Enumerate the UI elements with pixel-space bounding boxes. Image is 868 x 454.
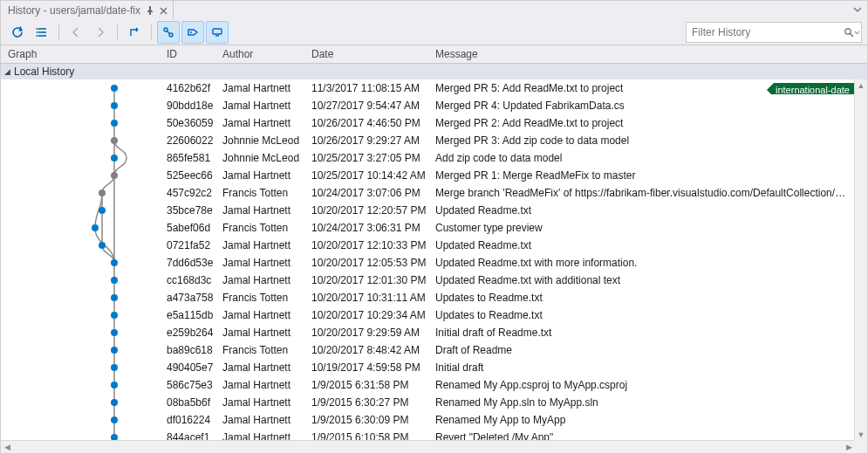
titlebar-spacer [174,1,867,20]
svg-rect-9 [213,29,222,34]
vertical-scrollbar[interactable]: ▲ ▼ [854,79,867,441]
commit-author: Jamal Hartnett [222,169,311,182]
commit-id: 08ba5b6f [167,396,222,409]
commit-message-cell: Renamed My App to MyApp [435,414,855,426]
pin-icon[interactable] [146,6,154,15]
show-remote-toggle[interactable] [206,21,229,44]
commit-row[interactable]: 490405e7Jamal Hartnett10/19/2017 4:59:58… [1,359,855,376]
commit-date: 1/9/2015 6:30:09 PM [311,414,435,426]
column-header-date[interactable]: Date [311,48,435,60]
commit-row[interactable]: 50e36059Jamal Hartnett10/26/2017 4:46:50… [1,114,855,132]
filter-history-input[interactable] [687,26,842,38]
commit-row[interactable]: ba89c618Francis Totten10/20/2017 8:48:42… [1,341,855,359]
nav-back-button[interactable] [65,21,87,44]
toolbar-separator [117,24,118,40]
show-tags-toggle[interactable] [181,21,204,44]
search-icon[interactable] [842,27,861,38]
commit-author: Jamal Hartnett [222,327,311,339]
commit-message: Updates to Readme.txt [435,292,850,304]
commit-row[interactable]: 90bdd18eJamal Hartnett10/27/2017 9:54:47… [1,97,855,114]
commit-row[interactable]: 457c92c2Francis Totten10/24/2017 3:07:06… [1,184,855,202]
commit-id: 490405e7 [167,361,222,374]
commit-author: Jamal Hartnett [222,361,311,374]
commit-message-cell: Updates to Readme.txt [435,309,855,321]
commit-date: 10/24/2017 3:07:06 PM [311,187,435,199]
nav-forward-button[interactable] [89,21,112,44]
commit-row[interactable]: 844acef1Jamal Hartnett1/9/2015 6:10:58 P… [1,429,855,441]
commit-message: Customer type preview [435,222,850,234]
commit-row[interactable]: 525eec66Jamal Hartnett10/25/2017 10:14:4… [1,167,855,184]
commit-date: 11/3/2017 11:08:15 AM [311,82,435,94]
column-header-message[interactable]: Message [435,48,867,60]
close-icon[interactable] [160,7,167,15]
commit-row[interactable]: 08ba5b6fJamal Hartnett1/9/2015 6:30:27 P… [1,394,855,411]
commit-row[interactable]: 35bce78eJamal Hartnett10/20/2017 12:20:5… [1,202,855,219]
commit-message: Renamed My App.csproj to MyApp.csproj [435,379,850,391]
commit-row[interactable]: 7dd6d53eJamal Hartnett10/20/2017 12:05:5… [1,254,855,272]
commit-message: Renamed My App to MyApp [435,414,850,426]
branch-arrow-button[interactable] [123,21,146,44]
commit-id: 7dd6d53e [167,257,222,269]
commit-author: Jamal Hartnett [222,379,311,391]
commit-row[interactable]: 865fe581Johnnie McLeod10/25/2017 3:27:05… [1,149,855,167]
show-graph-toggle[interactable] [157,21,180,44]
commit-message: Initial draft of Readme.txt [435,327,850,339]
branch-tag[interactable]: international-date [767,83,855,94]
commit-id: cc168d3c [167,274,222,286]
window-tab[interactable]: History - users/jamal/date-fix [1,1,174,20]
window-tab-title: History - users/jamal/date-fix [8,4,140,17]
commit-message-cell: Updates to Readme.txt [435,292,855,304]
commit-date: 10/20/2017 10:31:11 AM [311,292,435,304]
commit-message: Merged PR 4: Updated FabrikamData.cs [435,100,850,112]
filter-history-field[interactable] [686,22,862,43]
commit-row[interactable]: a473a758Francis Totten10/20/2017 10:31:1… [1,289,855,306]
commit-id: df016224 [167,414,222,426]
commit-author: Jamal Hartnett [222,100,311,112]
commit-message-cell: Renamed My App.csproj to MyApp.csproj [435,379,855,391]
scrollbar-corner [855,441,867,453]
commit-row[interactable]: df016224Jamal Hartnett1/9/2015 6:30:09 P… [1,411,855,429]
column-header-graph[interactable]: Graph [1,48,167,60]
commit-author: Jamal Hartnett [222,257,311,269]
commit-row[interactable]: e259b264Jamal Hartnett10/20/2017 9:29:59… [1,324,855,341]
commit-row[interactable]: e5a115dbJamal Hartnett10/20/2017 10:29:3… [1,306,855,324]
commit-row[interactable]: 22606022Johnnie McLeod10/26/2017 9:29:27… [1,132,855,149]
commit-author: Francis Totten [222,344,311,356]
commit-id: 0721fa52 [167,239,222,251]
list-view-button[interactable] [31,21,53,44]
group-local-history[interactable]: ◢ Local History [1,64,867,79]
commit-date: 10/25/2017 10:14:42 AM [311,169,435,182]
window-menu-icon[interactable] [853,4,862,17]
commit-message: Draft of Readme [435,344,850,356]
commit-row[interactable]: 5abef06dFrancis Totten10/24/2017 3:06:31… [1,219,855,237]
commit-author: Jamal Hartnett [222,117,311,129]
scroll-right-icon[interactable]: ▶ [843,441,855,453]
commit-id: 865fe581 [167,152,222,164]
commit-row[interactable]: cc168d3cJamal Hartnett10/20/2017 12:01:3… [1,272,855,289]
commit-message-cell: Merged PR 3: Add zip code to data model [435,134,855,147]
commit-date: 10/20/2017 12:10:33 PM [311,239,435,251]
commit-date: 10/26/2017 9:29:27 AM [311,134,435,147]
column-header-author[interactable]: Author [222,48,311,60]
commit-id: 4162b62f [167,82,222,94]
column-header-id[interactable]: ID [167,48,222,60]
commit-message: Renamed My App.sln to MyApp.sln [435,396,850,409]
commit-author: Francis Totten [222,187,311,199]
refresh-button[interactable] [6,21,29,44]
group-label: Local History [14,65,74,78]
history-window: History - users/jamal/date-fix [0,0,868,454]
commit-message-cell: Merged PR 2: Add ReadMe.txt to project [435,117,855,129]
commit-message: Merged PR 2: Add ReadMe.txt to project [435,117,850,129]
commit-row[interactable]: 586c75e3Jamal Hartnett1/9/2015 6:31:58 P… [1,376,855,394]
commit-author: Jamal Hartnett [222,414,311,426]
commit-row[interactable]: 0721fa52Jamal Hartnett10/20/2017 12:10:3… [1,237,855,254]
scroll-up-icon[interactable]: ▲ [855,79,867,92]
scroll-down-icon[interactable]: ▼ [855,429,867,441]
commit-author: Jamal Hartnett [222,204,311,217]
commit-message: Updated Readme.txt [435,239,850,251]
toolbar-separator [58,24,59,40]
commit-date: 10/20/2017 9:29:59 AM [311,327,435,339]
commit-row[interactable]: 4162b62fJamal Hartnett11/3/2017 11:08:15… [1,79,855,97]
scroll-left-icon[interactable]: ◀ [1,441,13,453]
horizontal-scrollbar[interactable]: ◀ ▶ [1,440,855,453]
